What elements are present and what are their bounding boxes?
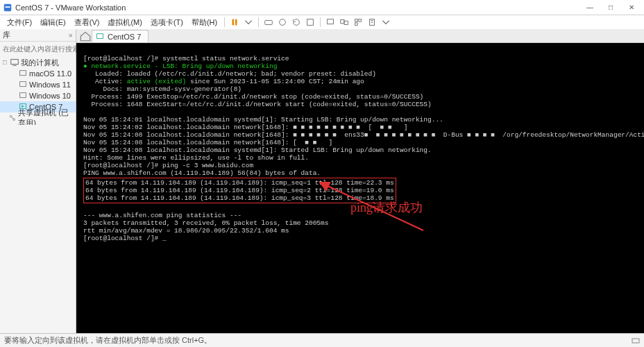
window-title: CentOS 7 - VMware Workstation: [15, 3, 580, 12]
svg-rect-3: [235, 19, 237, 26]
statusbar: 要将输入定向到该虚拟机，请在虚拟机内部单击或按 Ctrl+G。: [0, 333, 644, 347]
shared-icon: [8, 113, 17, 123]
term-line: [root@localhost /]# ping -c 3 www.baidu.…: [83, 162, 253, 169]
term-line: Loaded: loaded (/etc/rc.d/init.d/network…: [83, 70, 376, 78]
tree-label: 共享虚拟机 (已弃用): [18, 108, 76, 125]
tool-fullscreen-icon[interactable]: [323, 16, 337, 28]
svg-rect-21: [20, 82, 26, 87]
term-line: ● network.service - LSB: Bring up/down n…: [83, 62, 277, 70]
svg-rect-22: [20, 93, 26, 98]
tool-multimonitor-icon[interactable]: [337, 16, 351, 28]
close-icon[interactable]: ×: [69, 31, 73, 40]
tree-label: 我的计算机: [21, 58, 59, 68]
sidebar: 库 × ▼ □ 我的计算机 macOS 11.0 Windows 11: [0, 29, 76, 333]
home-tab-icon[interactable]: [79, 30, 92, 42]
vm-icon: [18, 69, 28, 78]
tree-item-macos[interactable]: macOS 11.0: [0, 68, 76, 79]
status-devices-icon[interactable]: [632, 337, 640, 345]
vm-icon: [95, 32, 105, 42]
svg-rect-28: [97, 34, 103, 39]
tree-shared-vms[interactable]: 共享虚拟机 (已弃用): [0, 112, 76, 124]
tab-centos7[interactable]: CentOS 7: [92, 30, 149, 42]
vm-tree: □ 我的计算机 macOS 11.0 Windows 11 Windows 10…: [0, 56, 76, 125]
term-line: Process: 1499 ExecStop=/etc/rc.d/init.d/…: [83, 93, 423, 101]
menu-edit[interactable]: 编辑(E): [36, 17, 70, 28]
separator: [320, 17, 321, 27]
term-line: Nov 05 15:24:02 localhost.localdomain ne…: [83, 124, 407, 131]
term-line: Hint: Some lines were ellipsized, use -l…: [83, 154, 309, 162]
svg-rect-6: [307, 19, 314, 26]
term-line: PING www.a.shifen.com (14.119.104.189) 5…: [83, 169, 321, 177]
tab-bar: CentOS 7: [76, 29, 644, 43]
term-line: [root@localhost /]# _: [83, 235, 167, 242]
term-line: Nov 05 15:24:01 localhost.localdomain sy…: [83, 116, 443, 124]
sidebar-search: ▼: [0, 42, 76, 56]
tree-root-mycomputer[interactable]: □ 我的计算机: [0, 57, 76, 68]
menu-vm[interactable]: 虚拟机(M): [103, 17, 146, 28]
titlebar: CentOS 7 - VMware Workstation ― □ ✕: [0, 0, 644, 15]
term-line: Docs: man:systemd-sysv-generator(8): [83, 85, 242, 93]
svg-rect-20: [20, 71, 26, 76]
svg-rect-4: [265, 20, 273, 24]
term-line: rtt min/avg/max/mdev = 18.986/20.095/22.…: [83, 227, 289, 235]
main-area: CentOS 7 [root@localhost /]# systemctl s…: [76, 29, 644, 333]
tool-snapshot-revert-icon[interactable]: [289, 16, 303, 28]
tab-label: CentOS 7: [108, 33, 141, 41]
menu-view[interactable]: 查看(V): [70, 17, 104, 28]
menubar: 文件(F) 编辑(E) 查看(V) 虚拟机(M) 选项卡(T) 帮助(H): [0, 15, 644, 29]
menu-file[interactable]: 文件(F): [3, 17, 36, 28]
svg-rect-11: [359, 19, 362, 22]
svg-rect-12: [355, 23, 358, 26]
sidebar-header: 库 ×: [0, 29, 76, 42]
term-line: --- www.a.shifen.com ping statistics ---: [83, 212, 242, 219]
tree-label: macOS 11.0: [29, 69, 71, 78]
dropdown-icon[interactable]: [379, 16, 393, 28]
tree-label: Windows 11: [29, 81, 71, 89]
dropdown-icon[interactable]: [242, 16, 255, 28]
svg-rect-30: [632, 339, 639, 343]
annotation-text: ping请求成功: [350, 204, 423, 212]
tree-item-win11[interactable]: Windows 11: [0, 79, 76, 90]
tool-unity-icon[interactable]: [351, 16, 365, 28]
close-button[interactable]: ✕: [622, 1, 641, 14]
svg-rect-9: [344, 21, 348, 24]
tree-item-win10[interactable]: Windows 10: [0, 90, 76, 101]
vm-icon: [18, 80, 28, 90]
svg-rect-2: [232, 19, 235, 26]
separator: [224, 17, 225, 27]
tool-snapshot-icon[interactable]: [276, 16, 289, 28]
tree-label: Windows 10: [29, 92, 71, 100]
tool-library-icon[interactable]: [365, 16, 379, 28]
svg-rect-10: [355, 19, 358, 22]
svg-rect-18: [11, 60, 19, 65]
svg-rect-1: [6, 6, 10, 8]
minimize-button[interactable]: ―: [580, 1, 600, 14]
vm-icon: [18, 91, 28, 101]
app-icon: [3, 3, 12, 12]
computer-icon: [10, 58, 19, 67]
menu-tabs[interactable]: 选项卡(T): [146, 17, 187, 28]
sidebar-title: 库: [3, 30, 10, 40]
svg-rect-8: [341, 20, 344, 24]
svg-point-5: [280, 19, 286, 26]
terminal[interactable]: [root@localhost /]# systemctl status net…: [76, 43, 644, 333]
separator: [258, 17, 259, 27]
maximize-button[interactable]: □: [601, 1, 620, 14]
term-line: Process: 1648 ExecStart=/etc/rc.d/init.d…: [83, 101, 432, 108]
svg-line-27: [12, 117, 14, 119]
term-line: 3 packets transmitted, 3 received, 0% pa…: [83, 219, 328, 227]
term-line: Nov 05 15:24:08 localhost.localdomain sy…: [83, 146, 432, 154]
menu-help[interactable]: 帮助(H): [187, 17, 221, 28]
term-line: Active: active (exited) since Sun 2023-1…: [83, 78, 364, 85]
pause-icon[interactable]: [228, 16, 242, 28]
term-line: Nov 05 15:24:08 localhost.localdomain ne…: [83, 131, 644, 139]
statusbar-text: 要将输入定向到该虚拟机，请在虚拟机内部单击或按 Ctrl+G。: [4, 335, 212, 346]
svg-rect-7: [328, 19, 334, 24]
tool-snapshot-manage-icon[interactable]: [303, 16, 317, 28]
tool-ctrlaltdel-icon[interactable]: [262, 16, 276, 28]
term-line: Nov 05 15:24:08 localhost.localdomain ne…: [83, 139, 332, 146]
term-line: [root@localhost /]# systemctl status net…: [83, 55, 289, 62]
